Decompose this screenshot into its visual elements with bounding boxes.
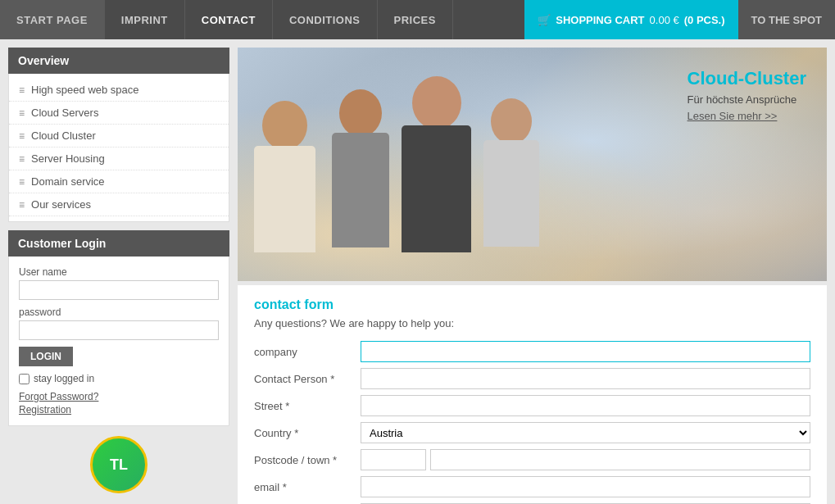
registration-link[interactable]: Registration [19,404,219,415]
customer-login-section: Customer Login User name password LOGIN … [8,230,229,426]
label-email: email * [254,481,361,493]
nav-start-page[interactable]: START PAGE [0,0,105,39]
overview-title: Overview [8,48,229,74]
label-street: Street * [254,400,361,412]
trustlabel-badge: TL [90,436,147,493]
nav-right: 🛒 SHOPPING CART 0.00 € (0 PCS.) TO THE S… [524,0,835,39]
login-button[interactable]: LOGIN [19,347,73,366]
form-row-street: Street * [254,395,810,416]
postcode-town-group [361,449,810,470]
form-row-email: email * [254,476,810,497]
contact-form-area: contact form Any questions? We are happy… [238,285,827,504]
stay-logged-checkbox[interactable] [19,374,29,384]
nav-imprint[interactable]: IMPRINT [105,0,185,39]
username-label: User name [19,266,219,278]
nav-conditions[interactable]: CONDITIONS [273,0,378,39]
sidebar-item-server-housing[interactable]: Server Housing [9,148,229,170]
form-row-postcode: Postcode / town * [254,449,810,470]
sidebar-item-our-services[interactable]: Our services [9,193,229,216]
sidebar: Overview High speed web space Cloud Serv… [8,48,229,504]
label-contact-person: Contact Person * [254,373,361,385]
hero-image: Cloud-Cluster Für höchste Ansprüche Lese… [238,48,827,281]
form-row-contact-person: Contact Person * [254,368,810,389]
input-postcode[interactable] [361,449,426,470]
login-links: Forgot Password? Registration [19,391,219,415]
content-area: Cloud-Cluster Für höchste Ansprüche Lese… [238,48,827,504]
cart-label: SHOPPING CART [556,14,644,26]
stay-logged-label: stay logged in [34,373,94,384]
password-label: password [19,306,219,318]
to-spot-button[interactable]: TO THE SPOT [738,0,835,39]
top-navigation: START PAGE IMPRINT CONTACT CONDITIONS PR… [0,0,835,39]
label-postcode: Postcode / town * [254,454,361,466]
label-company: company [254,346,361,358]
sidebar-item-domain-service[interactable]: Domain service [9,170,229,193]
trustlabel-text: TL [110,456,128,474]
hero-title: Cloud-Cluster [688,68,806,89]
form-row-country: Country * Austria Germany Switzerland Ot… [254,422,810,443]
cart-pcs: (0 PCS.) [684,14,725,26]
input-company[interactable] [361,341,810,362]
stay-logged-row: stay logged in [19,373,219,384]
sidebar-item-cloud-cluster[interactable]: Cloud Cluster [9,125,229,148]
cart-amount: 0.00 € [650,14,679,26]
contact-form-intro: Any questions? We are happy to help you: [254,317,810,329]
login-title: Customer Login [8,230,229,257]
cart-icon: 🛒 [538,14,551,26]
nav-contact[interactable]: CONTACT [185,0,273,39]
label-country: Country * [254,427,361,439]
nav-left: START PAGE IMPRINT CONTACT CONDITIONS PR… [0,0,524,39]
login-body: User name password LOGIN stay logged in … [8,257,229,426]
sidebar-item-high-speed[interactable]: High speed web space [9,79,229,102]
select-country[interactable]: Austria Germany Switzerland Other [361,422,810,443]
main-wrapper: Overview High speed web space Cloud Serv… [0,39,835,504]
hero-subtitle: Für höchste Ansprüche [688,93,806,106]
form-row-company: company [254,341,810,362]
shopping-cart-button[interactable]: 🛒 SHOPPING CART 0.00 € (0 PCS.) [524,0,737,39]
input-street[interactable] [361,395,810,416]
forgot-password-link[interactable]: Forgot Password? [19,391,219,402]
input-town[interactable] [430,449,810,470]
sidebar-menu: High speed web space Cloud Servers Cloud… [8,74,229,222]
contact-form-title: contact form [254,297,810,312]
nav-prices[interactable]: PRICES [378,0,453,39]
hero-read-more-link[interactable]: Lesen Sie mehr >> [688,110,806,122]
trustlabel: TL [8,436,229,493]
sidebar-item-cloud-servers[interactable]: Cloud Servers [9,102,229,125]
input-contact-person[interactable] [361,368,810,389]
username-input[interactable] [19,280,219,300]
password-input[interactable] [19,320,219,340]
input-email[interactable] [361,476,810,497]
hero-text-box: Cloud-Cluster Für höchste Ansprüche Lese… [688,68,806,122]
